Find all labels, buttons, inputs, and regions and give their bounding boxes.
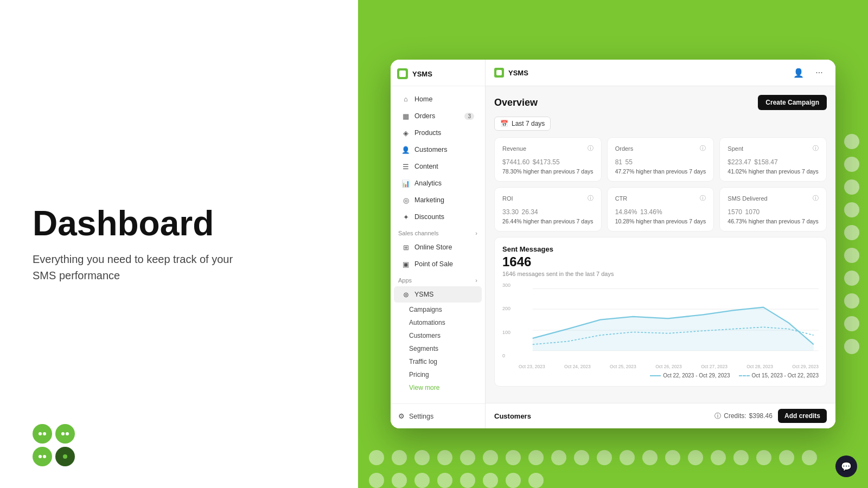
sub-pricing-label: Pricing — [409, 371, 429, 378]
orders-badge: 3 — [464, 113, 474, 120]
sidebar-item-ysms[interactable]: ⊛ YSMS — [394, 286, 482, 303]
sidebar: YSMS ⌂ Home ▦ Orders 3 ◈ Products 👤 — [391, 60, 486, 428]
sidebar-sub-pricing[interactable]: Pricing — [391, 368, 485, 381]
app-window: YSMS ⌂ Home ▦ Orders 3 ◈ Products 👤 — [391, 60, 835, 428]
chart-legend: Oct 22, 2023 - Oct 29, 2023 Oct 15, 2023… — [502, 373, 819, 378]
sidebar-item-ysms-label: YSMS — [414, 291, 433, 298]
sidebar-item-pos[interactable]: ▣ Point of Sale — [394, 256, 482, 272]
chart-subtitle: 1646 messages sent in the the last 7 day… — [502, 271, 819, 277]
sidebar-footer: ⚙ Settings — [391, 403, 485, 428]
dot-r7 — [844, 271, 859, 286]
overview-header: Overview Create Campaign — [494, 95, 827, 110]
sidebar-item-customers[interactable]: 👤 Customers — [394, 142, 482, 158]
sidebar-sub-customers[interactable]: Customers — [391, 329, 485, 342]
sidebar-item-online-store[interactable]: ⊞ Online Store — [394, 239, 482, 255]
sidebar-header: YSMS — [391, 64, 485, 86]
legend-current-label: Oct 22, 2023 - Oct 29, 2023 — [663, 373, 730, 378]
sub-traffic-label: Traffic log — [409, 358, 437, 365]
legend-current-line — [650, 375, 661, 376]
dot-r1 — [844, 134, 859, 149]
sms-delivered-info-icon[interactable]: ⓘ — [813, 194, 819, 202]
roi-change: 26.44% higher than previous 7 days — [502, 218, 593, 224]
topbar-actions: 👤 ··· — [791, 65, 827, 80]
x-label-oct27: Oct 27, 2023 — [701, 364, 727, 369]
sidebar-item-orders-label: Orders — [414, 112, 435, 120]
apps-expand-icon: › — [475, 277, 477, 284]
sidebar-sub-segments[interactable]: Segments — [391, 342, 485, 355]
sidebar-item-content[interactable]: ☰ Content — [394, 158, 482, 175]
dot-b19 — [779, 450, 794, 465]
dot-b12 — [620, 450, 635, 465]
settings-item[interactable]: ⚙ Settings — [398, 409, 477, 423]
sub-automations-label: Automations — [409, 319, 445, 326]
revenue-info-icon[interactable]: ⓘ — [588, 144, 593, 152]
sidebar-item-analytics[interactable]: 📊 Analytics — [394, 175, 482, 191]
ctr-change: 10.28% higher than previous 7 days — [615, 218, 706, 224]
orders-label: Orders — [615, 145, 634, 152]
home-icon: ⌂ — [401, 95, 410, 104]
svg-marker-11 — [533, 307, 814, 351]
sidebar-item-home[interactable]: ⌂ Home — [394, 91, 482, 107]
marketing-icon: ◎ — [401, 196, 410, 204]
dot-b14 — [665, 450, 680, 465]
create-campaign-button[interactable]: Create Campaign — [758, 95, 827, 110]
x-axis-labels: Oct 23, 2023 Oct 24, 2023 Oct 25, 2023 O… — [519, 364, 819, 369]
sms-delivered-value: 1570 1070 — [727, 204, 819, 217]
spent-info-icon[interactable]: ⓘ — [813, 144, 819, 152]
credits-info-icon: ⓘ — [714, 412, 721, 421]
sidebar-sub-view-more[interactable]: View more — [391, 381, 485, 394]
sales-channels-section: Sales channels › — [391, 226, 485, 239]
x-label-oct28: Oct 28, 2023 — [746, 364, 773, 369]
sidebar-sub-automations[interactable]: Automations — [391, 316, 485, 329]
roi-info-icon[interactable]: ⓘ — [588, 194, 593, 202]
y-label-300: 300 — [502, 282, 510, 288]
revenue-change: 78.30% higher than previous 7 days — [502, 168, 593, 175]
legend-prev-line — [739, 375, 750, 376]
user-icon[interactable]: 👤 — [791, 65, 806, 80]
bottom-bar: Customers ⓘ Credits: $398.46 Add credits — [486, 403, 835, 428]
products-icon: ◈ — [401, 129, 410, 137]
left-panel: Dashboard Everything you need to keep tr… — [0, 0, 358, 488]
sidebar-item-discounts[interactable]: ✦ Discounts — [394, 209, 482, 225]
sidebar-sub-campaigns[interactable]: Campaigns — [391, 303, 485, 316]
y-axis-labels: 300 200 100 0 — [502, 282, 510, 358]
roi-label: ROI — [502, 195, 513, 202]
dot-r3 — [844, 179, 859, 195]
sidebar-item-orders[interactable]: ▦ Orders 3 — [394, 108, 482, 124]
stats-grid: Revenue ⓘ $7441.60 $4173.55 78.30% highe… — [494, 137, 827, 232]
dot-b9 — [551, 450, 566, 465]
dot-b6 — [483, 450, 498, 465]
dot-b2 — [392, 450, 407, 465]
logo-dot-4 — [55, 447, 75, 466]
date-filter[interactable]: 📅 Last 7 days — [494, 117, 551, 131]
dot-r8 — [844, 293, 859, 309]
dot-r5 — [844, 225, 859, 240]
dots-bottom — [358, 445, 835, 488]
sidebar-item-products[interactable]: ◈ Products — [394, 125, 482, 141]
svg-point-0 — [39, 432, 42, 435]
dot-b3 — [414, 450, 430, 465]
ctr-info-icon[interactable]: ⓘ — [700, 194, 706, 202]
orders-info-icon[interactable]: ⓘ — [700, 144, 706, 152]
legend-prev: Oct 15, 2023 - Oct 22, 2023 — [739, 373, 819, 378]
sidebar-item-products-label: Products — [414, 129, 441, 137]
add-credits-button[interactable]: Add credits — [778, 409, 827, 423]
sidebar-sub-traffic-log[interactable]: Traffic log — [391, 355, 485, 368]
dot-b26 — [483, 473, 498, 488]
dot-b8 — [528, 450, 544, 465]
more-icon[interactable]: ··· — [812, 65, 827, 80]
analytics-icon: 📊 — [401, 179, 410, 188]
dashboard-content: Overview Create Campaign 📅 Last 7 days R… — [486, 86, 835, 403]
dot-b28 — [528, 473, 544, 488]
ctr-label: CTR — [615, 195, 628, 202]
dot-b13 — [642, 450, 658, 465]
ysms-nav-icon: ⊛ — [401, 290, 410, 299]
overview-title: Overview — [494, 97, 538, 108]
settings-label: Settings — [409, 413, 433, 420]
dots-right — [835, 0, 868, 488]
y-label-0: 0 — [502, 353, 510, 358]
revenue-label: Revenue — [502, 145, 526, 152]
sidebar-item-marketing[interactable]: ◎ Marketing — [394, 192, 482, 208]
chat-bubble[interactable]: 💬 — [835, 455, 857, 477]
roi-value: 33.30 26.34 — [502, 204, 593, 217]
